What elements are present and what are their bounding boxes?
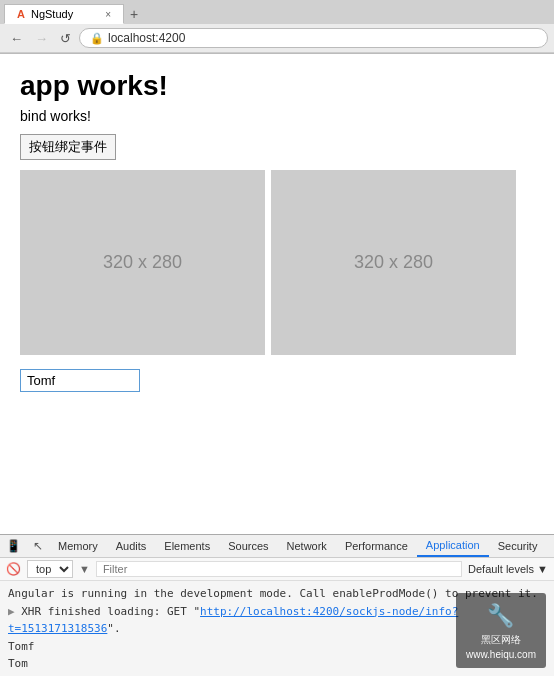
xhr-arrow: ▶ [8, 605, 15, 618]
name-input[interactable] [20, 369, 140, 392]
devtools-toolbar: 📱 ↖ Memory Audits Elements Sources Netwo… [0, 535, 554, 558]
tab-close-button[interactable]: × [105, 9, 111, 20]
tab-favicon: A [17, 8, 25, 20]
xhr-link[interactable]: http://localhost:4200/sockjs-node/info?t… [8, 605, 458, 636]
watermark: 🔧 黑区网络 www.heiqu.com [456, 593, 546, 668]
filter-input[interactable] [96, 561, 462, 577]
tab-bar: A NgStudy × + [0, 0, 554, 24]
image-row: 320 x 280 320 x 280 [20, 170, 534, 355]
placeholder-image-1: 320 x 280 [20, 170, 265, 355]
bind-event-button[interactable]: 按钮绑定事件 [20, 134, 116, 160]
default-levels[interactable]: Default levels ▼ [468, 563, 548, 575]
context-arrow: ▼ [79, 563, 90, 575]
watermark-line2: www.heiqu.com [466, 649, 536, 660]
active-tab[interactable]: A NgStudy × [4, 4, 124, 24]
context-select[interactable]: top [27, 560, 73, 578]
devtools-tab-network[interactable]: Network [278, 536, 336, 556]
devtools-tab-elements[interactable]: Elements [155, 536, 219, 556]
address-bar[interactable]: 🔒 localhost:4200 [79, 28, 548, 48]
devtools-tab-application[interactable]: Application [417, 535, 489, 557]
placeholder-image-2: 320 x 280 [271, 170, 516, 355]
nav-bar: ← → ↺ 🔒 localhost:4200 [0, 24, 554, 53]
console-tomf: Tomf [8, 640, 35, 653]
devtools-tab-performance[interactable]: Performance [336, 536, 417, 556]
forward-button[interactable]: → [31, 29, 52, 48]
devtools-tab-audits[interactable]: Audits [107, 536, 156, 556]
console-tom: Tom [8, 657, 28, 670]
watermark-icon: 🔧 [466, 599, 536, 632]
devtools-tab-security[interactable]: Security [489, 536, 547, 556]
lock-icon: 🔒 [90, 32, 104, 45]
devtools-tab-memory[interactable]: Memory [49, 536, 107, 556]
bind-text: bind works! [20, 108, 534, 124]
devtools-cursor-icon[interactable]: ↖ [27, 535, 49, 557]
devtools-tab-sources[interactable]: Sources [219, 536, 277, 556]
back-button[interactable]: ← [6, 29, 27, 48]
browser-chrome: A NgStudy × + ← → ↺ 🔒 localhost:4200 [0, 0, 554, 54]
new-tab-button[interactable]: + [124, 6, 144, 22]
devtools-second-bar: 🚫 top ▼ Default levels ▼ [0, 558, 554, 581]
refresh-button[interactable]: ↺ [56, 29, 75, 48]
devtools-device-icon[interactable]: 📱 [0, 535, 27, 557]
address-text: localhost:4200 [108, 31, 185, 45]
watermark-line1: 黑区网络 [481, 634, 521, 645]
no-entry-icon: 🚫 [6, 562, 21, 576]
devtools-tab-auqury[interactable]: Auqury [546, 536, 554, 556]
app-heading: app works! [20, 70, 534, 102]
xhr-text: XHR finished loading: GET "http://localh… [8, 605, 458, 636]
tab-title: NgStudy [31, 8, 73, 20]
page-content: app works! bind works! 按钮绑定事件 320 x 280 … [0, 54, 554, 534]
